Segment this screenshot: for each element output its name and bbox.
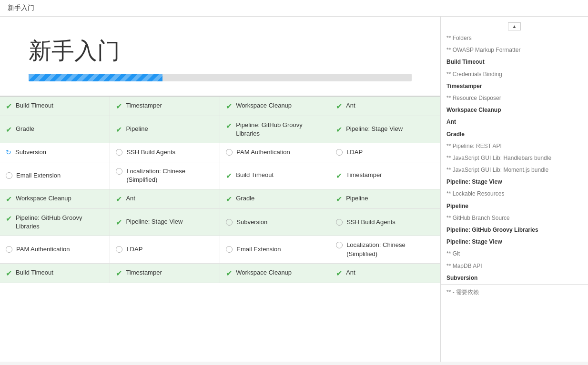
plugin-item[interactable]: ✔Build Timeout <box>6 268 104 278</box>
top-nav: 新手入门 <box>0 0 588 17</box>
table-cell: ✔Pipeline: GitHub Groovy Libraries <box>0 208 110 236</box>
plugin-name: SSH Build Agents <box>346 218 395 227</box>
sidebar-item[interactable]: ** MapDB API <box>441 260 588 272</box>
table-cell: SSH Build Agents <box>110 143 220 162</box>
sidebar-item[interactable]: Ant <box>441 116 588 128</box>
plugin-item[interactable]: ✔Ant <box>336 101 434 111</box>
table-row: ✔Build Timeout✔Timestamper✔Workspace Cle… <box>0 96 440 116</box>
check-icon: ✔ <box>116 125 122 134</box>
plugin-name: Localization: Chinese (Simplified) <box>346 241 434 258</box>
sidebar-item[interactable]: Pipeline: Stage View <box>441 176 588 188</box>
sidebar-item[interactable]: ** Credentials Binding <box>441 69 588 80</box>
circle-icon <box>6 246 12 253</box>
sidebar-item[interactable]: Build Timeout <box>441 56 588 68</box>
sidebar-item[interactable]: Pipeline: GitHub Groovy Libraries <box>441 224 588 236</box>
plugin-name: Email Extension <box>16 171 61 180</box>
plugin-item[interactable]: Email Extension <box>226 245 324 254</box>
plugin-item[interactable]: Localization: Chinese (Simplified) <box>336 241 434 258</box>
plugin-item[interactable]: ✔Pipeline: GitHub Groovy Libraries <box>226 121 324 138</box>
plugin-name: PAM Authentication <box>236 148 290 157</box>
sidebar-item[interactable]: Workspace Cleanup <box>441 104 588 116</box>
sidebar-item[interactable]: ** Folders <box>441 32 588 44</box>
plugin-name: Build Timeout <box>236 171 274 179</box>
plugin-name: LDAP <box>346 148 363 157</box>
sidebar-item[interactable]: ** OWASP Markup Formatter <box>441 44 588 56</box>
plugin-item[interactable]: PAM Authentication <box>226 148 324 157</box>
table-row: ✔Pipeline: GitHub Groovy Libraries✔Pipel… <box>0 208 440 236</box>
plugin-item[interactable]: ✔Build Timeout <box>6 101 104 111</box>
plugin-item[interactable]: ✔Ant <box>336 268 434 278</box>
circle-icon <box>226 219 233 226</box>
check-icon: ✔ <box>116 195 122 204</box>
plugin-item[interactable]: SSH Build Agents <box>116 148 214 157</box>
plugin-item[interactable]: ✔Workspace Cleanup <box>6 194 104 204</box>
sidebar-item[interactable]: Subversion <box>441 272 588 284</box>
sidebar-item[interactable]: ** GitHub Branch Source <box>441 212 588 224</box>
plugin-item[interactable]: ✔Pipeline: Stage View <box>116 217 214 227</box>
plugin-name: Ant <box>126 194 135 203</box>
plugin-item[interactable]: Localization: Chinese (Simplified) <box>116 167 214 184</box>
sidebar-items-list: ** Folders** OWASP Markup FormatterBuild… <box>441 32 588 284</box>
circle-icon <box>116 168 122 175</box>
plugin-item[interactable]: ✔Pipeline <box>116 125 214 134</box>
plugin-item[interactable]: ✔Pipeline: GitHub Groovy Libraries <box>6 214 104 231</box>
plugin-item[interactable]: PAM Authentication <box>6 245 104 254</box>
progress-bar-container <box>29 74 412 81</box>
circle-icon <box>336 219 343 226</box>
plugin-name: Email Extension <box>236 245 281 254</box>
sidebar-item[interactable]: Timestamper <box>441 80 588 92</box>
sidebar-item[interactable]: ** Pipeline: REST API <box>441 140 588 152</box>
check-icon: ✔ <box>336 195 342 204</box>
table-cell: ↻Subversion <box>0 143 110 162</box>
plugin-item[interactable]: ✔Workspace Cleanup <box>226 101 324 111</box>
table-cell: ✔Build Timeout <box>0 96 110 116</box>
plugin-item[interactable]: ✔Timestamper <box>336 171 434 180</box>
sidebar-item[interactable]: ** Resource Disposer <box>441 92 588 104</box>
sidebar-item[interactable]: ** JavaScript GUI Lib: Moment.js bundle <box>441 164 588 176</box>
plugin-name: PAM Authentication <box>16 245 70 254</box>
table-cell: ✔Ant <box>110 189 220 208</box>
table-cell: Email Extension <box>0 162 110 189</box>
plugin-item[interactable]: ✔Gradle <box>226 194 324 204</box>
plugin-name: Gradle <box>236 194 254 203</box>
plugin-item[interactable]: ✔Gradle <box>6 125 104 134</box>
sidebar-item[interactable]: Pipeline <box>441 200 588 212</box>
sidebar-item[interactable]: Gradle <box>441 128 588 140</box>
sidebar-item[interactable]: ** JavaScript GUI Lib: Handlebars bundle <box>441 152 588 164</box>
right-sidebar[interactable]: ▲ ** Folders** OWASP Markup FormatterBui… <box>440 17 588 362</box>
scroll-up-button[interactable]: ▲ <box>508 22 521 30</box>
plugin-item[interactable]: ↻Subversion <box>6 148 104 157</box>
circle-icon <box>226 246 233 253</box>
table-row: ✔Gradle✔Pipeline✔Pipeline: GitHub Groovy… <box>0 116 440 143</box>
plugin-item[interactable]: ✔Timestamper <box>116 101 214 111</box>
plugin-name: Subversion <box>15 148 46 157</box>
plugin-item[interactable]: ✔Build Timeout <box>226 171 324 180</box>
sidebar-item[interactable]: Pipeline: Stage View <box>441 236 588 248</box>
sidebar-item[interactable]: ** Lockable Resources <box>441 188 588 200</box>
plugin-name: Workspace Cleanup <box>236 101 292 110</box>
circle-icon <box>116 246 122 253</box>
plugin-name: Timestamper <box>126 101 162 110</box>
check-icon: ✔ <box>336 171 342 180</box>
table-cell: Localization: Chinese (Simplified) <box>330 236 440 263</box>
plugin-item[interactable]: ✔Workspace Cleanup <box>226 268 324 278</box>
plugin-name: Localization: Chinese (Simplified) <box>126 167 214 184</box>
table-cell: ✔Ant <box>330 263 440 283</box>
sidebar-bottom: ** - 需要依赖 <box>441 284 588 300</box>
plugin-item[interactable]: SSH Build Agents <box>336 218 434 227</box>
plugin-item[interactable]: ✔Pipeline <box>336 194 434 204</box>
plugin-item[interactable]: Subversion <box>226 218 324 227</box>
sidebar-item[interactable]: ** Git <box>441 248 588 260</box>
plugin-item[interactable]: ✔Timestamper <box>116 268 214 278</box>
check-icon: ✔ <box>226 269 232 278</box>
table-cell: ✔Pipeline: Stage View <box>330 116 440 143</box>
plugin-item[interactable]: Email Extension <box>6 171 104 180</box>
table-cell: ✔Pipeline: GitHub Groovy Libraries <box>220 116 330 143</box>
plugin-item[interactable]: ✔Ant <box>116 194 214 204</box>
plugin-item[interactable]: ✔Pipeline: Stage View <box>336 125 434 134</box>
check-icon: ✔ <box>116 102 122 111</box>
plugin-item[interactable]: LDAP <box>116 245 214 254</box>
check-icon: ✔ <box>226 121 232 130</box>
left-area: 新手入门 ✔Build Timeout✔Timestamper✔Workspac… <box>0 17 440 362</box>
plugin-item[interactable]: LDAP <box>336 148 434 157</box>
